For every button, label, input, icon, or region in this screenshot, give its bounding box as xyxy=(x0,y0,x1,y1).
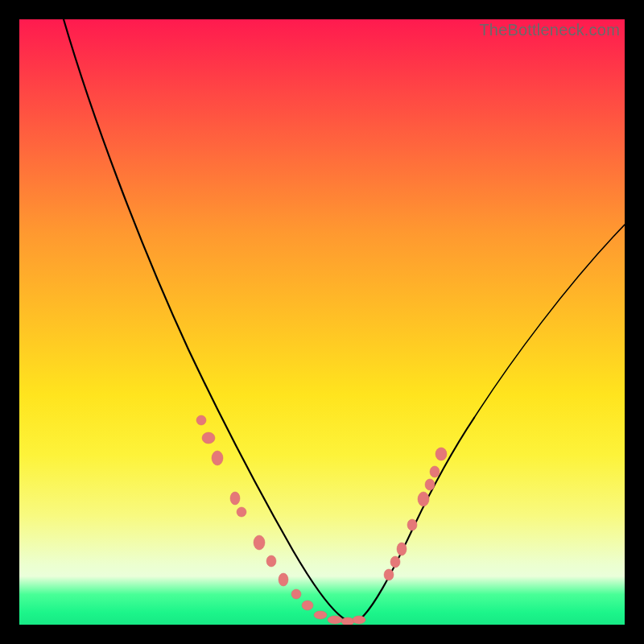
left-curve xyxy=(64,19,349,621)
svg-point-12 xyxy=(341,617,354,625)
svg-point-11 xyxy=(328,616,342,624)
svg-point-3 xyxy=(230,492,240,505)
svg-point-14 xyxy=(384,569,394,580)
scatter-dots xyxy=(196,415,447,625)
svg-point-13 xyxy=(353,616,365,624)
watermark-text: TheBottleneck.com xyxy=(479,21,620,39)
svg-point-4 xyxy=(237,507,246,517)
svg-point-9 xyxy=(302,601,313,610)
svg-point-18 xyxy=(418,492,429,506)
svg-point-20 xyxy=(430,466,440,477)
svg-point-2 xyxy=(212,451,223,465)
svg-point-6 xyxy=(266,555,276,567)
svg-point-8 xyxy=(291,589,301,599)
right-curve-lower xyxy=(357,418,474,621)
svg-point-1 xyxy=(202,432,215,444)
right-curve-upper xyxy=(474,225,625,418)
svg-point-19 xyxy=(425,479,435,490)
svg-point-7 xyxy=(279,573,288,586)
svg-point-10 xyxy=(314,611,327,619)
svg-point-17 xyxy=(407,519,417,530)
chart-area: TheBottleneck.com xyxy=(19,19,625,625)
svg-point-21 xyxy=(436,448,447,460)
svg-point-5 xyxy=(254,535,265,550)
svg-point-0 xyxy=(196,415,206,425)
bottleneck-chart xyxy=(19,19,625,625)
svg-point-16 xyxy=(397,543,407,555)
svg-point-15 xyxy=(390,556,400,568)
